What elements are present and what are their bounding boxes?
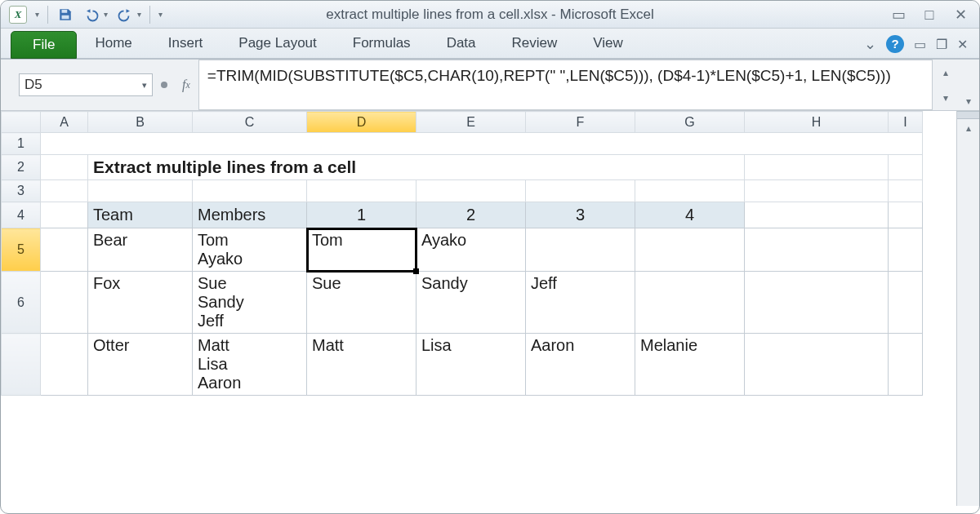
- cell[interactable]: Members: [193, 202, 307, 228]
- col-header[interactable]: B: [88, 112, 193, 133]
- cell[interactable]: [88, 180, 193, 202]
- col-header[interactable]: H: [745, 112, 889, 133]
- cell[interactable]: Team: [88, 202, 193, 228]
- cell[interactable]: Jeff: [526, 272, 635, 334]
- cell[interactable]: [41, 334, 88, 396]
- formula-scroll-down-icon[interactable]: ▾: [933, 85, 958, 110]
- tab-page-layout[interactable]: Page Layout: [220, 29, 334, 58]
- qat-customize-icon[interactable]: ▾: [158, 10, 163, 19]
- tab-view[interactable]: View: [575, 29, 641, 58]
- cell[interactable]: [635, 272, 745, 334]
- col-header-active[interactable]: D: [307, 112, 416, 133]
- cell[interactable]: Bear: [88, 228, 193, 272]
- cell[interactable]: Sandy: [416, 272, 526, 334]
- row-header[interactable]: 6: [2, 272, 41, 334]
- cell[interactable]: Melanie: [635, 334, 745, 396]
- cell[interactable]: [745, 180, 889, 202]
- cell[interactable]: [889, 180, 923, 202]
- cell[interactable]: Otter: [88, 334, 193, 396]
- col-header[interactable]: I: [889, 112, 923, 133]
- col-header[interactable]: F: [526, 112, 635, 133]
- workbook-close-icon[interactable]: ✕: [957, 37, 968, 52]
- workbook-restore-icon[interactable]: ❐: [936, 37, 947, 52]
- cell[interactable]: [635, 228, 745, 272]
- row-header[interactable]: [2, 334, 41, 396]
- cell[interactable]: Fox: [88, 272, 193, 334]
- cell[interactable]: 1: [307, 202, 416, 228]
- cell[interactable]: Sue: [307, 272, 416, 334]
- cell[interactable]: Matt Lisa Aaron: [193, 334, 307, 396]
- cell[interactable]: [889, 155, 923, 180]
- select-all-corner[interactable]: [2, 112, 41, 133]
- tab-review[interactable]: Review: [494, 29, 576, 58]
- cell[interactable]: [41, 180, 88, 202]
- formula-bar-expand-icon[interactable]: ▾: [958, 60, 979, 110]
- cell[interactable]: Sue Sandy Jeff: [193, 272, 307, 334]
- cell[interactable]: [635, 180, 745, 202]
- row-header[interactable]: 4: [2, 202, 41, 228]
- minimize-icon[interactable]: ▭: [889, 6, 907, 24]
- formula-input[interactable]: =TRIM(MID(SUBSTITUTE($C5,CHAR(10),REPT("…: [198, 60, 932, 110]
- cell[interactable]: [745, 202, 889, 228]
- cell[interactable]: [193, 180, 307, 202]
- tab-insert[interactable]: Insert: [150, 29, 221, 58]
- cell[interactable]: [745, 228, 889, 272]
- excel-logo[interactable]: X: [9, 6, 27, 24]
- cell[interactable]: [526, 180, 635, 202]
- workbook-minimize-icon[interactable]: ▭: [914, 37, 926, 52]
- cell[interactable]: [889, 202, 923, 228]
- cell[interactable]: Ayako: [416, 228, 526, 272]
- col-header[interactable]: A: [41, 112, 88, 133]
- name-box-dropdown-icon[interactable]: ▾: [142, 80, 147, 91]
- maximize-icon[interactable]: □: [920, 6, 938, 24]
- col-header[interactable]: C: [193, 112, 307, 133]
- cell[interactable]: Tom Ayako: [193, 228, 307, 272]
- cell[interactable]: Matt: [307, 334, 416, 396]
- cell[interactable]: [745, 155, 889, 180]
- cell[interactable]: Aaron: [526, 334, 635, 396]
- undo-dropdown-icon[interactable]: ▾: [104, 10, 108, 19]
- cell[interactable]: [889, 272, 923, 334]
- selected-cell[interactable]: Tom: [307, 228, 416, 272]
- tab-formulas[interactable]: Formulas: [335, 29, 429, 58]
- split-handle[interactable]: [957, 111, 979, 119]
- cell[interactable]: [41, 228, 88, 272]
- ribbon-minimize-icon[interactable]: ⌄: [864, 35, 876, 53]
- cell[interactable]: [416, 180, 526, 202]
- worksheet-grid[interactable]: A B C D E F G H I 1 2: [1, 111, 956, 506]
- cell[interactable]: [745, 272, 889, 334]
- name-box-handle[interactable]: [161, 82, 167, 88]
- scroll-up-icon[interactable]: ▴: [957, 119, 979, 137]
- cell[interactable]: [526, 228, 635, 272]
- fx-icon[interactable]: fx: [182, 60, 198, 110]
- undo-icon[interactable]: [82, 6, 100, 24]
- cell[interactable]: [745, 334, 889, 396]
- cell-title[interactable]: Extract multiple lines from a cell: [88, 155, 745, 180]
- col-header[interactable]: G: [635, 112, 745, 133]
- cell[interactable]: [307, 180, 416, 202]
- redo-dropdown-icon[interactable]: ▾: [137, 10, 141, 19]
- cell[interactable]: [41, 202, 88, 228]
- name-box[interactable]: D5 ▾: [19, 73, 153, 96]
- cell[interactable]: [41, 133, 923, 155]
- file-tab[interactable]: File: [11, 31, 77, 59]
- row-header[interactable]: 3: [2, 180, 41, 202]
- row-header[interactable]: 1: [2, 133, 41, 155]
- cell[interactable]: 3: [526, 202, 635, 228]
- qat-dropdown-icon[interactable]: ▾: [35, 10, 39, 19]
- cell[interactable]: 2: [416, 202, 526, 228]
- vertical-scrollbar[interactable]: ▴: [956, 111, 979, 506]
- save-icon[interactable]: [56, 6, 74, 24]
- row-header-active[interactable]: 5: [2, 228, 41, 272]
- close-icon[interactable]: ✕: [951, 6, 969, 24]
- cell[interactable]: [889, 228, 923, 272]
- col-header[interactable]: E: [416, 112, 526, 133]
- tab-home[interactable]: Home: [77, 29, 149, 58]
- cell[interactable]: Lisa: [416, 334, 526, 396]
- tab-data[interactable]: Data: [429, 29, 494, 58]
- cell[interactable]: [889, 334, 923, 396]
- cell[interactable]: [41, 155, 88, 180]
- cell[interactable]: [41, 272, 88, 334]
- cell[interactable]: 4: [635, 202, 745, 228]
- row-header[interactable]: 2: [2, 155, 41, 180]
